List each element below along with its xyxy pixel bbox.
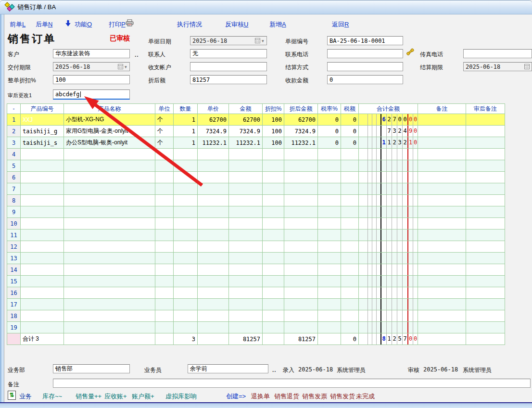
cell-tax_rate[interactable] bbox=[318, 310, 341, 322]
cell-total[interactable] bbox=[359, 287, 418, 299]
cell-num[interactable]: 19 bbox=[7, 322, 21, 333]
cell-total[interactable] bbox=[359, 230, 418, 241]
cell-name[interactable] bbox=[64, 206, 155, 218]
cell-name[interactable] bbox=[64, 287, 155, 299]
cell-total[interactable] bbox=[359, 310, 418, 322]
cell-qty[interactable] bbox=[174, 218, 198, 230]
cell-audit_remark[interactable] bbox=[466, 195, 505, 206]
cell-audit_remark[interactable] bbox=[466, 160, 505, 172]
cell-audit_remark[interactable] bbox=[466, 126, 505, 137]
cell-num[interactable]: 13 bbox=[7, 253, 21, 264]
cell-price[interactable] bbox=[198, 310, 229, 322]
cell-total[interactable] bbox=[359, 160, 418, 172]
cell-tax_rate[interactable] bbox=[318, 299, 341, 310]
cell-amount[interactable]: 7324.9 bbox=[229, 126, 263, 137]
cell-tax[interactable]: 0 bbox=[341, 126, 359, 137]
customer-browse-button[interactable]: .. bbox=[135, 51, 139, 58]
cell-audit_remark[interactable] bbox=[466, 137, 505, 149]
cell-unit[interactable] bbox=[155, 287, 174, 299]
cell-total[interactable] bbox=[359, 276, 418, 287]
cell-unit[interactable] bbox=[155, 253, 174, 264]
return-button[interactable]: 返回R bbox=[332, 20, 349, 29]
cell-total[interactable] bbox=[359, 206, 418, 218]
cell-qty[interactable] bbox=[174, 276, 198, 287]
cell-qty[interactable]: 1 bbox=[174, 126, 198, 137]
cell-num[interactable]: 11 bbox=[7, 230, 21, 241]
cell-code[interactable] bbox=[21, 183, 64, 195]
cell-tax[interactable] bbox=[341, 310, 359, 322]
cell-disc_amount[interactable] bbox=[284, 183, 318, 195]
cell-num[interactable]: 10 bbox=[7, 218, 21, 230]
cell-name[interactable] bbox=[64, 160, 155, 172]
calendar-icon[interactable]: ▾ bbox=[255, 38, 265, 44]
cell-tax[interactable] bbox=[341, 241, 359, 253]
cell-tax[interactable] bbox=[341, 160, 359, 172]
cell-audit_remark[interactable] bbox=[466, 183, 505, 195]
cell-num[interactable]: 17 bbox=[7, 299, 21, 310]
cell-tax_rate[interactable] bbox=[318, 206, 341, 218]
cell-price[interactable] bbox=[198, 172, 229, 183]
cell-amount[interactable] bbox=[229, 149, 263, 160]
cell-code[interactable] bbox=[21, 149, 64, 160]
cell-disc_amount[interactable] bbox=[284, 206, 318, 218]
cell-discount[interactable]: 100 bbox=[263, 137, 284, 149]
cell-qty[interactable]: 1 bbox=[174, 114, 198, 126]
cell-discount[interactable] bbox=[263, 310, 284, 322]
cell-remark[interactable] bbox=[418, 149, 466, 160]
cell-disc_amount[interactable] bbox=[284, 160, 318, 172]
cell-total[interactable] bbox=[359, 183, 418, 195]
cell-total[interactable] bbox=[359, 218, 418, 230]
cell-qty[interactable] bbox=[174, 206, 198, 218]
cell-discount[interactable] bbox=[263, 218, 284, 230]
cell-tax_rate[interactable] bbox=[318, 160, 341, 172]
cell-remark[interactable] bbox=[418, 183, 466, 195]
doc-date-field[interactable]: 2025-06-18 ▾ bbox=[190, 36, 267, 45]
cell-audit_remark[interactable] bbox=[466, 241, 505, 253]
cell-qty[interactable] bbox=[174, 310, 198, 322]
cell-qty[interactable] bbox=[174, 322, 198, 333]
cell-disc_amount[interactable] bbox=[284, 195, 318, 206]
cell-discount[interactable] bbox=[263, 183, 284, 195]
cell-disc_amount[interactable]: 7324.9 bbox=[284, 126, 318, 137]
cell-unit[interactable] bbox=[155, 276, 174, 287]
cell-num[interactable]: 4 bbox=[7, 149, 21, 160]
cell-discount[interactable] bbox=[263, 322, 284, 333]
cell-unit[interactable] bbox=[155, 299, 174, 310]
cell-remark[interactable] bbox=[418, 322, 466, 333]
cell-unit[interactable] bbox=[155, 322, 174, 333]
cell-remark[interactable] bbox=[418, 137, 466, 149]
cell-unit[interactable]: 个 bbox=[155, 126, 174, 137]
cell-code[interactable] bbox=[21, 253, 64, 264]
cell-code[interactable] bbox=[21, 195, 64, 206]
cell-discount[interactable] bbox=[263, 264, 284, 276]
cell-total[interactable] bbox=[359, 299, 418, 310]
cell-unit[interactable] bbox=[155, 183, 174, 195]
cell-num[interactable]: 5 bbox=[7, 160, 21, 172]
cell-num[interactable]: 15 bbox=[7, 276, 21, 287]
statusbar-sales-delivery-link[interactable]: 销售发货 bbox=[330, 392, 355, 401]
statusbar-sales-volume-link[interactable]: 销售量++ bbox=[76, 392, 101, 401]
cell-audit_remark[interactable] bbox=[466, 218, 505, 230]
cell-total[interactable] bbox=[359, 149, 418, 160]
cell-tax[interactable] bbox=[341, 206, 359, 218]
statusbar-incomplete-status[interactable]: 未完成 bbox=[356, 392, 375, 401]
cell-remark[interactable] bbox=[418, 195, 466, 206]
cell-unit[interactable]: 个 bbox=[155, 137, 174, 149]
cell-tax_rate[interactable] bbox=[318, 264, 341, 276]
cell-amount[interactable] bbox=[229, 322, 263, 333]
cell-tax_rate[interactable] bbox=[318, 253, 341, 264]
cell-amount[interactable] bbox=[229, 264, 263, 276]
statusbar-inventory-link[interactable]: 库存~~ bbox=[42, 392, 62, 401]
printer-icon[interactable] bbox=[125, 19, 135, 28]
phone-icon[interactable] bbox=[405, 47, 415, 58]
cell-tax_rate[interactable]: 0 bbox=[318, 126, 341, 137]
cell-price[interactable] bbox=[198, 322, 229, 333]
cell-tax[interactable]: 0 bbox=[341, 137, 359, 149]
cell-code[interactable] bbox=[21, 230, 64, 241]
calendar-icon[interactable]: ▾ bbox=[118, 64, 127, 70]
cell-tax[interactable] bbox=[341, 299, 359, 310]
cell-qty[interactable] bbox=[174, 160, 198, 172]
cell-total[interactable] bbox=[359, 241, 418, 253]
cell-price[interactable] bbox=[198, 149, 229, 160]
cell-unit[interactable]: 个 bbox=[155, 114, 174, 126]
